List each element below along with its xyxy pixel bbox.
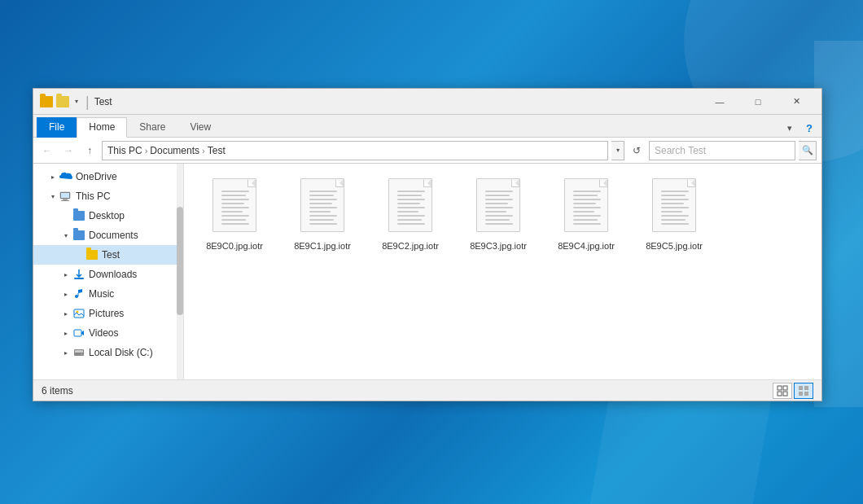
svg-rect-18: [804, 386, 808, 390]
file-icon-3: [474, 178, 523, 237]
tab-view[interactable]: View: [177, 117, 223, 138]
sidebar-inner: ▸ OneDrive ▾: [33, 164, 183, 379]
sidebar-scroll-thumb[interactable]: [177, 207, 183, 315]
window-controls: — □ ✕: [701, 90, 815, 114]
sidebar-item-test[interactable]: ▸ Test: [33, 245, 183, 265]
music-icon: [72, 287, 85, 300]
file-page-4: [564, 178, 608, 232]
sidebar-item-desktop[interactable]: ▸ Desktop: [33, 206, 183, 226]
sep2: ›: [202, 146, 205, 156]
ribbon-tabs: File Home Share View ▾ ?: [33, 115, 821, 138]
tab-file[interactable]: File: [37, 117, 77, 138]
videos-icon: [72, 327, 85, 340]
tab-share[interactable]: Share: [127, 117, 177, 138]
sidebar: ▸ OneDrive ▾: [33, 164, 184, 379]
onedrive-label: OneDrive: [76, 171, 117, 182]
list-item[interactable]: 8E9C4.jpg.iotr: [545, 173, 627, 256]
ribbon-expand-btn[interactable]: ▾: [781, 119, 799, 137]
sidebar-item-onedrive[interactable]: ▸ OneDrive: [33, 167, 183, 186]
grid-view-button[interactable]: [773, 383, 792, 399]
music-label: Music: [89, 288, 114, 300]
music-expand[interactable]: ▸: [59, 284, 72, 304]
back-button[interactable]: ←: [38, 142, 56, 160]
desktop-label: Desktop: [89, 210, 125, 221]
documents-expand[interactable]: ▾: [59, 226, 72, 245]
file-page-2: [388, 178, 432, 232]
desktop-expand[interactable]: ▸: [59, 206, 72, 226]
title-separator: |: [85, 94, 90, 109]
status-bar: 6 items: [33, 379, 821, 401]
up-button[interactable]: ↑: [81, 142, 99, 160]
test-expand[interactable]: ▸: [72, 245, 85, 265]
list-item[interactable]: 8E9C3.jpg.iotr: [458, 173, 539, 256]
videos-expand[interactable]: ▸: [59, 323, 72, 343]
svg-rect-13: [778, 386, 782, 390]
minimize-button[interactable]: —: [701, 90, 738, 114]
pictures-label: Pictures: [89, 308, 124, 319]
file-lines-3: [485, 191, 513, 225]
search-button[interactable]: 🔍: [799, 141, 817, 160]
file-name-0: 8E9C0.jpg.iotr: [206, 240, 263, 252]
sidebar-item-music[interactable]: ▸ Music: [33, 284, 183, 304]
thispc-expand[interactable]: ▾: [46, 186, 59, 206]
search-box[interactable]: Search Test: [649, 141, 795, 160]
sidebar-item-downloads[interactable]: ▸ Downloads: [33, 265, 183, 284]
help-btn[interactable]: ?: [800, 119, 818, 137]
sidebar-item-pictures[interactable]: ▸ Pictures: [33, 304, 183, 323]
list-item[interactable]: 8E9C5.jpg.iotr: [633, 173, 715, 256]
svg-rect-9: [74, 330, 81, 336]
address-bar: ← → ↑ This PC › Documents › Test ▾ ↺ Sea…: [33, 138, 821, 164]
title-folder-icon: [40, 96, 53, 107]
sidebar-scrollbar[interactable]: [177, 164, 183, 379]
file-name-5: 8E9C5.jpg.iotr: [646, 240, 703, 252]
downloads-expand[interactable]: ▸: [59, 265, 72, 284]
desktop-icon: [72, 209, 85, 222]
svg-rect-14: [783, 386, 787, 390]
forward-button[interactable]: →: [59, 142, 77, 160]
svg-rect-17: [799, 386, 803, 390]
title-bar-icons: ▾: [40, 96, 81, 107]
files-grid: 8E9C0.jpg.iotr: [184, 164, 821, 379]
sidebar-item-thispc[interactable]: ▾ This PC: [33, 186, 183, 206]
localdisk-icon: [72, 346, 85, 359]
window-title: Test: [94, 96, 701, 107]
explorer-window: ▾ | Test — □ ✕ File Home Share View ▾ ? …: [33, 88, 822, 401]
list-item[interactable]: 8E9C1.jpg.iotr: [282, 173, 363, 256]
file-icon-4: [562, 178, 611, 237]
thispc-label: This PC: [76, 191, 111, 202]
refresh-button[interactable]: ↺: [628, 142, 646, 160]
file-area: 8E9C0.jpg.iotr: [184, 164, 821, 379]
path-test: Test: [208, 145, 226, 156]
file-page-1: [300, 178, 344, 232]
sidebar-item-documents[interactable]: ▾ Documents: [33, 226, 183, 245]
tab-home[interactable]: Home: [77, 117, 127, 138]
sidebar-item-localdisk[interactable]: ▸ Local Disk (C:): [33, 343, 183, 362]
file-icon-1: [298, 178, 347, 237]
close-button[interactable]: ✕: [778, 90, 815, 114]
svg-rect-19: [799, 392, 803, 396]
file-lines-5: [661, 191, 689, 225]
svg-rect-20: [804, 392, 808, 396]
videos-label: Videos: [89, 327, 118, 339]
item-count: 6 items: [42, 385, 73, 397]
pictures-expand[interactable]: ▸: [59, 304, 72, 323]
svg-rect-4: [74, 278, 84, 279]
quick-access-dropdown[interactable]: ▾: [72, 98, 81, 106]
file-page-0: [212, 178, 256, 232]
svg-rect-15: [778, 392, 782, 396]
list-view-button[interactable]: [794, 383, 813, 399]
onedrive-expand[interactable]: ▸: [46, 167, 59, 186]
file-icon-0: [210, 178, 259, 237]
address-dropdown[interactable]: ▾: [611, 141, 624, 160]
list-item[interactable]: 8E9C0.jpg.iotr: [194, 173, 275, 256]
file-icon-5: [650, 178, 699, 237]
maximize-button[interactable]: □: [739, 90, 777, 114]
documents-icon: [72, 229, 85, 242]
list-item[interactable]: 8E9C2.jpg.iotr: [370, 173, 451, 256]
localdisk-expand[interactable]: ▸: [59, 343, 72, 362]
address-path-bar[interactable]: This PC › Documents › Test: [102, 141, 608, 160]
svg-rect-2: [63, 199, 68, 200]
quick-access-icon: [56, 96, 69, 107]
test-label: Test: [102, 249, 120, 261]
sidebar-item-videos[interactable]: ▸ Videos: [33, 323, 183, 343]
